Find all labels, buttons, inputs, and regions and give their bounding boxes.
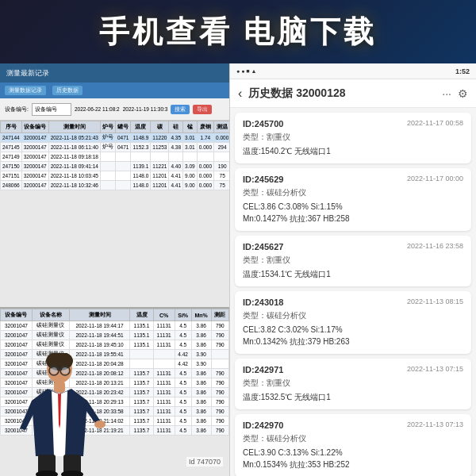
toolbar-input-device[interactable] bbox=[32, 103, 71, 116]
record-id: ID:242970 bbox=[243, 420, 283, 430]
table-cell: 3.86 bbox=[191, 321, 211, 331]
table-cell: 3.90 bbox=[191, 359, 211, 369]
table-cell: 4.5 bbox=[175, 407, 191, 416]
record-line2: Mn:0.1342% 抗拉:379 HB:263 bbox=[243, 336, 463, 347]
record-temp: 温度:1534.1℃ 无线端口1 bbox=[243, 268, 463, 280]
table-cell: 0.000 bbox=[197, 171, 213, 181]
toolbar-label-device: 设备编号: bbox=[5, 106, 29, 113]
table-cell: 32001047 bbox=[1, 340, 33, 350]
record-line1: CEL:3.86 C:3.08% Si:1.15% bbox=[243, 201, 463, 213]
table-cell: 1135.7 bbox=[130, 369, 153, 378]
table-cell: 3.86 bbox=[191, 331, 211, 340]
table-cell bbox=[115, 162, 130, 171]
record-card[interactable]: ID:2429712022-11-13 07:15类型：割重仪温度:1532.5… bbox=[235, 359, 471, 409]
table-cell: 2022-11-18 06:11:40 bbox=[48, 143, 100, 152]
table-cell: 247149 bbox=[1, 152, 22, 162]
table-cell: 3.86 bbox=[191, 397, 211, 407]
desktop-header-title: 测量最新记录 bbox=[6, 68, 49, 79]
record-card[interactable]: ID:2456272022-11-16 23:58类型：割重仪温度:1534.1… bbox=[235, 236, 471, 286]
table-cell: 3.86 bbox=[191, 378, 211, 388]
record-date: 2022-11-17 00:58 bbox=[407, 119, 463, 127]
settings-icon[interactable]: ⚙ bbox=[458, 87, 468, 100]
table-cell bbox=[131, 152, 151, 162]
phone-screen: ● ● ■ ▲ 1:52 ‹ 历史数据 32000128 ··· ⚙ ID:24… bbox=[230, 63, 476, 476]
svg-rect-2 bbox=[54, 382, 65, 393]
table-cell: 11201 bbox=[151, 171, 169, 181]
record-card[interactable]: ID:2456292022-11-17 00:00类型：碳硅分析仪CEL:3.8… bbox=[235, 168, 471, 231]
nav-btn-1[interactable]: 测量数据记录 bbox=[5, 86, 46, 95]
table-cell: 11131 bbox=[153, 416, 175, 426]
table-cell: 790 bbox=[211, 321, 228, 331]
table-cell: 32001047 bbox=[1, 321, 33, 331]
table-cell: 11131 bbox=[153, 378, 175, 388]
table-cell: 1135.7 bbox=[130, 388, 153, 397]
table-cell: 2022-11-18 19:45:10 bbox=[69, 340, 130, 350]
table-row[interactable]: 247150320001472022-11-18 09:41:141139.11… bbox=[1, 162, 230, 171]
record-temp: 温度:1540.2℃ 无线端口1 bbox=[243, 145, 463, 157]
table-row[interactable]: 247151320001472022-11-18 10:03:451148.01… bbox=[1, 171, 230, 181]
table-cell: 294 bbox=[214, 143, 229, 152]
left-panel: 测量最新记录 测量数据记录 历史数据 设备编号: 2022-06-22 11:0… bbox=[0, 63, 230, 476]
record-date: 2022-11-13 07:15 bbox=[407, 365, 463, 373]
phone-content[interactable]: ID:2457002022-11-17 00:58类型：割重仪温度:1540.2… bbox=[230, 108, 476, 476]
table-cell: 4.5 bbox=[175, 331, 191, 340]
table-cell: 3.09 bbox=[183, 162, 198, 171]
table-row[interactable]: 32001047碳硅测量仪2022-11-18 19:45:101135.111… bbox=[1, 340, 229, 350]
table-cell: 11201 bbox=[151, 181, 169, 190]
table-cell bbox=[115, 181, 130, 190]
table-cell bbox=[153, 359, 175, 369]
table-cell: 1152.3 bbox=[131, 143, 151, 152]
table-cell: 9.00 bbox=[183, 171, 198, 181]
bcol-temp: 温度 bbox=[130, 309, 153, 321]
table-row[interactable]: 32001047碳硅测量仪2022-11-18 19:44:171135.111… bbox=[1, 321, 229, 331]
table-cell: 4.5 bbox=[175, 388, 191, 397]
top-table-body: 247144320001472022-11-18 05:21:43炉号04711… bbox=[1, 133, 230, 190]
main-content: 测量最新记录 测量数据记录 历史数据 设备编号: 2022-06-22 11:0… bbox=[0, 63, 476, 476]
table-row[interactable]: 247145320001472022-11-18 06:11:40炉号04711… bbox=[1, 143, 230, 152]
more-icon[interactable]: ··· bbox=[442, 87, 451, 100]
table-cell bbox=[211, 359, 228, 369]
table-cell: 11253 bbox=[151, 143, 169, 152]
table-cell: 1135.7 bbox=[130, 426, 153, 436]
record-card[interactable]: ID:2457002022-11-17 00:58类型：割重仪温度:1540.2… bbox=[235, 113, 471, 163]
back-button[interactable]: ‹ bbox=[238, 86, 242, 101]
table-cell: 11131 bbox=[153, 331, 175, 340]
record-card-header: ID:2457002022-11-17 00:58 bbox=[243, 119, 463, 129]
table-cell: 11220 bbox=[151, 133, 169, 143]
person-figure-area bbox=[0, 349, 119, 476]
export-button[interactable]: 导出 bbox=[193, 105, 212, 114]
table-cell bbox=[115, 171, 130, 181]
bcol-mn: Mn% bbox=[191, 309, 211, 321]
table-cell: 32000147 bbox=[21, 133, 48, 143]
search-button[interactable]: 搜索 bbox=[171, 105, 190, 114]
table-cell: 2022-11-18 09:41:14 bbox=[48, 162, 100, 171]
nav-btn-2[interactable]: 历史数据 bbox=[52, 86, 83, 95]
table-cell bbox=[115, 152, 130, 162]
col-header-device: 设备编号 bbox=[21, 121, 48, 133]
record-date: 2022-11-16 23:58 bbox=[407, 242, 463, 250]
table-cell: 4.5 bbox=[175, 340, 191, 350]
record-id: ID:245629 bbox=[243, 175, 283, 184]
main-data-table: 序号 设备编号 测量时间 炉号 罐号 温度 碳 硅 锰 废钢 测温 测距 操作 bbox=[0, 121, 229, 190]
table-cell: 75 bbox=[214, 171, 229, 181]
record-card[interactable]: ID:2429702022-11-13 07:13类型：碳硅分析仪CEL:3.9… bbox=[235, 414, 471, 476]
status-icons-left: ● ● ■ ▲ bbox=[236, 68, 256, 74]
col-header-si: 硅 bbox=[169, 121, 183, 133]
table-row[interactable]: 248066320001472022-11-18 10:32:461148.01… bbox=[1, 181, 230, 190]
table-cell: 4.5 bbox=[175, 416, 191, 426]
table-row[interactable]: 247144320001472022-11-18 05:21:43炉号04711… bbox=[1, 133, 230, 143]
table-row[interactable]: 32001047碳硅测量仪2022-11-18 19:44:511135.111… bbox=[1, 331, 229, 340]
table-cell bbox=[130, 350, 153, 359]
table-cell: 4.5 bbox=[175, 369, 191, 378]
table-cell: 3.86 bbox=[191, 340, 211, 350]
svg-point-11 bbox=[51, 367, 57, 374]
table-cell: 790 bbox=[211, 397, 228, 407]
record-card[interactable]: ID:2430182022-11-13 08:15类型：碳硅分析仪CEL:3.8… bbox=[235, 291, 471, 354]
record-type: 类型：割重仪 bbox=[243, 378, 463, 389]
col-header-furnace: 炉号 bbox=[100, 121, 115, 133]
table-cell: 4.42 bbox=[175, 359, 191, 369]
nav-icons: ··· ⚙ bbox=[442, 87, 468, 100]
record-temp: 温度:1532.5℃ 无线端口1 bbox=[243, 391, 463, 403]
table-row[interactable]: 247149320001472022-11-18 09:18:181307.5开… bbox=[1, 152, 230, 162]
table-cell: 0.000 bbox=[197, 162, 213, 171]
